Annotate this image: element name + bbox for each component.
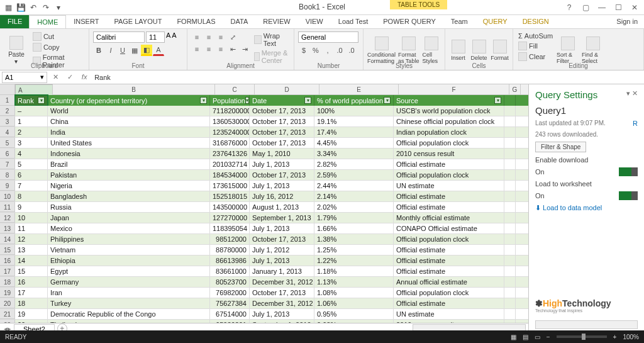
- cell-source[interactable]: USCB's world population clock: [394, 106, 504, 116]
- minimize-icon[interactable]: —: [595, 3, 609, 12]
- cell-population[interactable]: 143500000: [210, 202, 250, 212]
- cell-country[interactable]: Vietnam: [48, 245, 210, 255]
- help-icon[interactable]: ?: [562, 3, 576, 12]
- filter-icon[interactable]: ▾: [494, 97, 501, 104]
- cell-country[interactable]: United States: [48, 138, 210, 148]
- cell-source[interactable]: Official estimate: [394, 256, 504, 266]
- tab-data[interactable]: DATA: [223, 15, 256, 28]
- cell-rank[interactable]: 7: [15, 181, 48, 191]
- copy-button[interactable]: Copy: [31, 42, 85, 52]
- table-row[interactable]: 1816Germany80523700December 31, 20121.13…: [0, 277, 528, 288]
- col-header-f[interactable]: F: [399, 84, 509, 94]
- formula-input[interactable]: Rank: [91, 73, 644, 82]
- cell-source[interactable]: UN estimate: [394, 309, 504, 319]
- row-header[interactable]: 13: [0, 223, 15, 233]
- cell-percent[interactable]: 2.44%: [314, 181, 394, 191]
- row-header[interactable]: 10: [0, 191, 15, 201]
- cell-population[interactable]: 184534000: [210, 170, 250, 180]
- row-header[interactable]: 7: [0, 159, 15, 169]
- table-row[interactable]: 1311Mexico118395054July 1, 20131.66%CONA…: [0, 223, 528, 234]
- table-row[interactable]: 86Pakistan184534000October 17, 20132.59%…: [0, 170, 528, 181]
- clear-button[interactable]: Clear: [517, 52, 554, 62]
- row-header[interactable]: 11: [0, 202, 15, 212]
- cell-rank[interactable]: 3: [15, 138, 48, 148]
- table-row[interactable]: 97Nigeria173615000July 1, 20132.44%UN es…: [0, 181, 528, 191]
- cell-country[interactable]: Mexico: [48, 223, 210, 233]
- row-header[interactable]: 12: [0, 213, 15, 223]
- load-worksheet-toggle[interactable]: [619, 191, 638, 200]
- th-date[interactable]: Date▾: [250, 95, 314, 106]
- tab-file[interactable]: FILE: [0, 15, 30, 28]
- cell-date[interactable]: September 1, 2013: [250, 213, 314, 223]
- cell-source[interactable]: Official population clock: [394, 234, 504, 244]
- tab-design[interactable]: DESIGN: [515, 15, 557, 28]
- cell-source[interactable]: Official estimate: [394, 159, 504, 169]
- table-row[interactable]: 31China1360530000October 17, 201319.1%Ch…: [0, 116, 528, 127]
- cell-population[interactable]: 88780000: [210, 245, 250, 255]
- align-top-icon[interactable]: ≡: [191, 31, 203, 43]
- cell-country[interactable]: Brazil: [48, 159, 210, 169]
- cell-source[interactable]: Indian population clock: [394, 127, 504, 137]
- cell-date[interactable]: August 1, 2013: [250, 202, 314, 212]
- name-box[interactable]: A1▾: [2, 72, 47, 83]
- table-row[interactable]: 1412Philippines98512000October 17, 20131…: [0, 234, 528, 245]
- tab-view[interactable]: VIEW: [298, 15, 331, 28]
- cell-country[interactable]: India: [48, 127, 210, 137]
- cell-percent[interactable]: 1.22%: [314, 256, 394, 266]
- cell-percent[interactable]: 19.1%: [314, 116, 394, 127]
- filter-icon[interactable]: ▾: [304, 97, 311, 104]
- row-header[interactable]: 3: [0, 116, 15, 127]
- table-row[interactable]: 108Bangladesh152518015July 16, 20122.14%…: [0, 191, 528, 202]
- th-country[interactable]: Country (or dependent territory)▾: [48, 95, 210, 106]
- tab-home[interactable]: HOME: [29, 15, 66, 28]
- cell-source[interactable]: Official estimate: [394, 191, 504, 201]
- cell-date[interactable]: January 1, 2013: [250, 266, 314, 276]
- table-row[interactable]: 1917Iran76982000October 17, 20131.08%Off…: [0, 288, 528, 298]
- tab-powerquery[interactable]: POWER QUERY: [375, 15, 443, 28]
- row-header[interactable]: 1: [0, 95, 15, 106]
- table-row[interactable]: 2018Turkey75627384December 31, 20121.06%…: [0, 298, 528, 309]
- table-row[interactable]: 1513Vietnam88780000July 1, 20121.25%Offi…: [0, 245, 528, 256]
- cancel-formula-icon[interactable]: ✕: [49, 73, 62, 81]
- cell-population[interactable]: 173615000: [210, 181, 250, 191]
- cell-country[interactable]: Iran: [48, 288, 210, 298]
- filter-shape-button[interactable]: Filter & Shape: [535, 142, 586, 152]
- cell-country[interactable]: Pakistan: [48, 170, 210, 180]
- cell-percent[interactable]: 3.34%: [314, 149, 394, 159]
- cell-rank[interactable]: 17: [15, 288, 48, 298]
- cell-rank[interactable]: 8: [15, 191, 48, 201]
- cell-population[interactable]: 98512000: [210, 234, 250, 244]
- row-header[interactable]: 18: [0, 277, 15, 287]
- cell-percent[interactable]: 1.13%: [314, 277, 394, 287]
- col-header-a[interactable]: A: [15, 84, 53, 96]
- cell-percent[interactable]: 17.4%: [314, 127, 394, 137]
- cell-source[interactable]: Official population clock: [394, 288, 504, 298]
- wrap-text-button[interactable]: Wrap Text: [253, 31, 290, 48]
- row-header[interactable]: 2: [0, 106, 15, 116]
- cell-percent[interactable]: 1.18%: [314, 266, 394, 276]
- cell-country[interactable]: Turkey: [48, 298, 210, 308]
- fill-color-button[interactable]: ◧: [141, 45, 152, 56]
- filter-icon[interactable]: ▾: [200, 97, 207, 104]
- cell-percent[interactable]: 1.66%: [314, 223, 394, 233]
- filter-icon[interactable]: ▾: [245, 97, 249, 104]
- cell-country[interactable]: Philippines: [48, 234, 210, 244]
- align-middle-icon[interactable]: ≡: [203, 31, 214, 43]
- select-all-corner[interactable]: [0, 84, 15, 94]
- align-bottom-icon[interactable]: ≡: [215, 31, 226, 43]
- cell-date[interactable]: May 1, 2010: [250, 149, 314, 159]
- table-row[interactable]: 119Russia143500000August 1, 20132.02%Off…: [0, 202, 528, 213]
- percent-icon[interactable]: %: [310, 45, 321, 56]
- zoom-slider[interactable]: [557, 335, 607, 338]
- cell-rank[interactable]: 5: [15, 159, 48, 169]
- number-format-select[interactable]: General: [298, 31, 358, 43]
- cell-population[interactable]: 237641326: [210, 149, 250, 159]
- increase-decimal-icon[interactable]: .0: [334, 45, 345, 56]
- col-header-g[interactable]: G: [509, 84, 521, 94]
- col-header-d[interactable]: D: [255, 84, 319, 94]
- view-layout-icon[interactable]: ▤: [523, 334, 528, 340]
- cell-rank[interactable]: 10: [15, 213, 48, 223]
- cell-population[interactable]: 7118200000: [210, 106, 250, 116]
- cell-date[interactable]: December 31, 2012: [250, 277, 314, 287]
- cell-source[interactable]: Official population clock: [394, 170, 504, 180]
